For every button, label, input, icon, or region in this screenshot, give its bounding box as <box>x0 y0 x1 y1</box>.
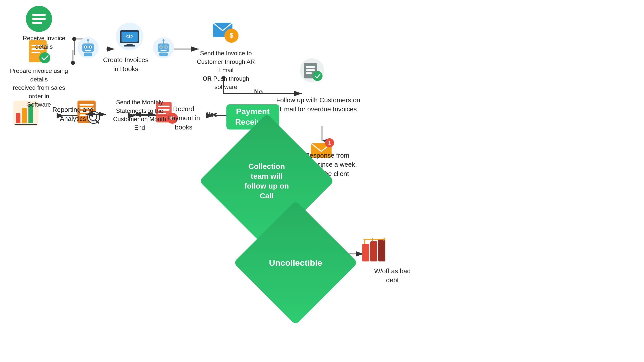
svg-rect-62 <box>159 53 168 56</box>
svg-rect-35 <box>31 52 40 53</box>
svg-rect-69 <box>306 69 315 71</box>
svg-point-45 <box>87 39 89 41</box>
svg-point-36 <box>39 52 50 63</box>
send-invoice-icon: $ <box>211 18 238 45</box>
svg-point-7 <box>71 61 75 65</box>
writeoff-icon <box>360 236 387 264</box>
prepare-invoice-label: Prepare invoice using detailsreceived fr… <box>5 67 73 109</box>
svg-rect-96 <box>378 239 385 261</box>
followup-email-label: Follow up with Customers onEmail for ove… <box>273 96 364 114</box>
svg-rect-59 <box>160 50 167 51</box>
svg-text:</>: </> <box>126 33 134 39</box>
svg-point-71 <box>312 71 323 81</box>
svg-rect-52 <box>124 45 135 47</box>
writeoff-label: W/off as baddebt <box>365 266 420 285</box>
svg-rect-70 <box>306 72 312 74</box>
svg-rect-68 <box>306 66 315 68</box>
svg-rect-43 <box>85 50 91 51</box>
no-label-send: No <box>254 88 263 96</box>
svg-point-61 <box>163 39 165 41</box>
svg-point-41 <box>85 46 86 48</box>
flowchart-diagram: </> $ <box>0 0 644 362</box>
robot2-icon <box>152 36 175 59</box>
svg-rect-29 <box>32 14 46 16</box>
svg-rect-46 <box>84 53 92 56</box>
robot1-icon <box>77 36 99 59</box>
svg-rect-77 <box>22 108 27 123</box>
svg-point-42 <box>90 46 91 48</box>
svg-point-58 <box>165 46 167 48</box>
uncollectible-label: Uncollectible <box>252 219 340 307</box>
svg-text:$: $ <box>229 31 233 39</box>
svg-rect-94 <box>362 244 369 261</box>
receive-invoice-label: Receive Invoice details <box>14 34 74 51</box>
svg-rect-51 <box>127 44 133 45</box>
create-invoices-label: Create Invoicesin Books <box>99 55 152 74</box>
receive-invoice-icon <box>25 5 53 33</box>
svg-rect-95 <box>370 241 377 261</box>
record-payment-label: RecordPayment inbooks <box>157 104 210 132</box>
reporting-analytics-label: Reporting andAnalytics <box>42 105 104 123</box>
send-invoice-label: Send the Invoice toCustomer through AR E… <box>191 49 261 91</box>
uncollectible-diamond: Uncollectible <box>233 201 358 325</box>
svg-rect-76 <box>16 113 20 123</box>
yes-label-payment: Yes <box>206 111 218 118</box>
svg-rect-31 <box>32 22 42 24</box>
svg-text:1: 1 <box>328 140 331 146</box>
create-invoices-icon: </> <box>114 23 145 53</box>
svg-rect-30 <box>32 18 46 20</box>
followup-checklist-icon <box>299 58 325 83</box>
svg-point-57 <box>160 46 162 48</box>
